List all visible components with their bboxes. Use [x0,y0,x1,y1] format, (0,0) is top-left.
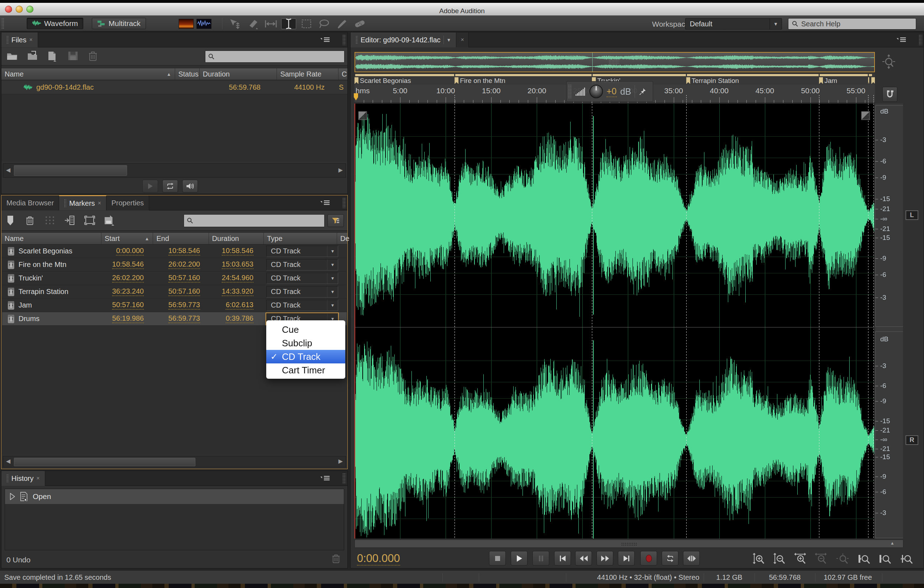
zoom-to-out-point[interactable] [878,553,894,565]
import-file-icon[interactable] [26,51,38,61]
tab-properties[interactable]: Properties [106,195,149,210]
marker-duration[interactable]: 14:33.920 [222,287,253,296]
panel-menu-icon[interactable] [320,474,332,482]
files-table-header[interactable]: Name▲StatusDurationSample RateC [2,68,347,80]
play-button[interactable] [511,551,528,566]
tab-editor[interactable]: Editor: gd90-09-14d2.flac ▼ [351,32,456,47]
db-ruler[interactable]: dB-3-6-9-15-21-∞-21-15-9-6-3dB-3-6-9-15-… [875,104,903,538]
marker-end[interactable]: 56:59.773 [168,314,200,323]
marker-row-scarlet-begonias[interactable]: Scarlet Begonias0:00.00010:58.54610:58.5… [2,244,346,258]
marker-end[interactable]: 50:57.160 [168,274,200,282]
timeline-marker-flag[interactable]: Terrapin Station [686,77,739,84]
marker-end[interactable]: 26:02.200 [168,260,200,269]
history-item-open[interactable]: Open [5,489,344,504]
stop-button[interactable] [489,551,506,566]
panel-menu-icon[interactable] [320,36,332,44]
marker-start[interactable]: 10:58.546 [112,260,144,269]
markers-col-end[interactable]: End [153,233,208,244]
scroll-left-icon[interactable]: ◀ [6,458,10,464]
spectral-display-toggle[interactable] [179,19,194,29]
overview-strip[interactable] [355,52,875,72]
tab-close-zone[interactable]: × [456,32,469,47]
close-icon[interactable]: × [36,475,40,482]
channel-solo-right-icon[interactable] [861,111,870,120]
files-search-box[interactable] [205,51,345,63]
marker-start[interactable]: 0:00.000 [116,247,144,256]
files-hscrollbar[interactable]: ◀ ▶ [3,164,346,178]
new-content-icon[interactable] [47,51,58,61]
panel-menu-icon[interactable] [320,199,332,207]
panel-grip[interactable] [342,35,346,45]
markers-col-de[interactable]: De [337,233,347,244]
panel-grip[interactable] [342,473,346,484]
marker-start[interactable]: 36:23.240 [112,287,144,296]
scroll-right-icon[interactable]: ▶ [338,167,343,173]
zoom-to-selection[interactable] [900,553,916,565]
marker-end[interactable]: 10:58.546 [168,247,200,256]
marker-duration[interactable]: 24:54.960 [222,274,253,282]
waveform-display[interactable] [355,104,874,538]
playhead[interactable] [355,104,355,538]
db-ruler-L[interactable] [875,105,903,327]
files-row[interactable]: gd90-09-14d2.flac56:59.76844100 HzS [2,81,347,94]
marker-start[interactable]: 56:19.986 [112,314,144,323]
marker-type-select[interactable]: CD Track▼ [266,300,338,311]
waveform-display-toggle[interactable] [196,19,211,29]
marker-row-truckin-[interactable]: Truckin'26:02.20050:57.16024:54.960CD Tr… [2,272,346,285]
record-button[interactable] [640,551,657,566]
collapse-arrow-icon[interactable]: ▲ [890,541,894,546]
marker-row-terrapin-station[interactable]: Terrapin Station36:23.24050:57.16014:33.… [2,285,346,299]
scrollbar-thumb[interactable] [14,165,127,176]
marker-start[interactable]: 26:02.200 [112,274,144,282]
vertical-zoom-icon[interactable] [882,55,896,70]
editor-hscrollbar[interactable]: ▲ [355,540,903,548]
timeline-marker-flag[interactable] [868,77,871,84]
marker-duration[interactable]: 15:03.653 [222,260,253,269]
markers-col-start[interactable]: Start▲ [101,233,153,244]
db-ruler-R[interactable] [875,331,903,538]
menu-item-subclip[interactable]: Subclip [266,336,345,350]
skip-selection-button[interactable] [683,551,700,566]
zoom-in-horizontal[interactable] [793,553,808,565]
timeline-marker-flag[interactable]: Jam [819,77,837,84]
files-col-name[interactable]: Name▲ [2,68,175,80]
marker-row-fire-on-the-mtn[interactable]: Fire on the Mtn10:58.54626:02.20015:03.6… [2,258,346,272]
menu-item-cue[interactable]: Cue [266,323,345,336]
scroll-left-icon[interactable]: ◀ [6,167,10,173]
time-display[interactable]: 0:00.000 [357,552,400,566]
files-col-duration[interactable]: Duration [199,68,277,80]
rewind-button[interactable] [575,551,592,566]
menu-item-cart-timer[interactable]: Cart Timer [266,363,345,377]
zoom-to-in-point[interactable] [857,553,873,565]
timeline-marker-flag[interactable]: Fire on the Mtn [455,77,505,84]
marker-start[interactable]: 50:57.160 [112,301,144,310]
waveform-view-button[interactable]: Waveform [27,18,83,29]
files-col-c[interactable]: C [338,68,347,80]
skip-to-start-button[interactable] [554,551,571,566]
markers-col-type[interactable]: Type [263,233,337,244]
snap-toggle-button[interactable] [882,87,897,102]
auto-play-button[interactable] [182,180,198,193]
marker-duration[interactable]: 6:02.613 [226,301,253,310]
workspace-select[interactable]: Default ▼ [685,18,782,30]
scrollbar-thumb[interactable] [14,458,195,466]
marker-type-select[interactable]: CD Track▼ [266,246,338,257]
marker-row-jam[interactable]: Jam50:57.16056:59.7736:02.613CD Track▼ [2,299,346,312]
panel-grip[interactable] [919,35,922,45]
marker-type-select[interactable]: CD Track▼ [266,286,338,297]
marker-duration[interactable]: 0:39.786 [226,314,253,323]
time-selection-tool[interactable] [281,18,296,29]
tab-media-browser[interactable]: Media Browser [2,195,59,210]
zoom-out-vertical[interactable] [772,553,788,565]
timeline-marker-flag[interactable]: Scarlet Begonias [355,77,411,84]
channel-badge-right[interactable]: R [906,435,918,445]
chevron-down-icon[interactable]: ▼ [447,37,451,43]
help-search-input[interactable] [801,20,912,28]
add-marker-icon[interactable] [7,215,14,226]
skip-to-end-button[interactable] [618,551,635,566]
multitrack-view-button[interactable]: Multitrack [92,18,146,29]
tab-history[interactable]: History × [2,471,45,486]
scroll-right-icon[interactable]: ▶ [338,458,343,464]
timeline-marker-flag[interactable] [871,77,875,84]
markers-col-duration[interactable]: Duration [209,233,263,244]
